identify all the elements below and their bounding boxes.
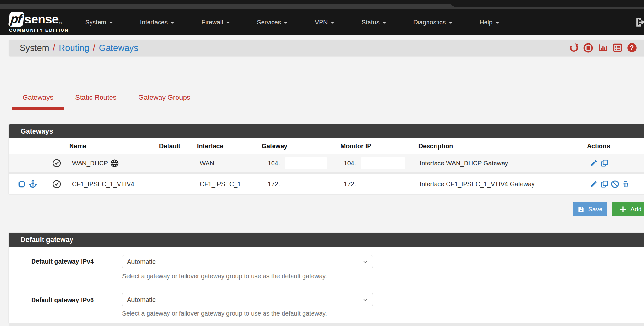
monitor-ip-cell: 104. (339, 154, 417, 172)
tab-gateways[interactable]: Gateways (12, 94, 64, 110)
gateway-name: WAN_DHCP (72, 160, 108, 167)
actions-cell (585, 159, 644, 167)
actions-cell (585, 180, 644, 188)
default-gateway-ipv6-help: Select a gateway or failover gateway gro… (122, 310, 327, 317)
breadcrumb-section: System (20, 43, 49, 53)
save-icon (577, 206, 585, 213)
copy-icon[interactable] (600, 180, 609, 188)
edit-icon[interactable] (590, 159, 598, 167)
chart-icon[interactable] (598, 43, 608, 53)
column-interface: Interface (195, 143, 260, 150)
breadcrumb-actions: ? (569, 40, 637, 56)
caret-down-icon (331, 22, 334, 24)
community-edition-label: COMMUNITY EDITION (9, 28, 69, 33)
caret-down-icon (170, 22, 174, 24)
description-cell: Interface CF1_IPSEC_1_VTIV4 Gateway (417, 181, 585, 188)
stop-icon[interactable] (583, 43, 593, 53)
window-corner (451, 0, 644, 7)
caret-down-icon (226, 22, 230, 24)
svg-text:?: ? (630, 44, 634, 51)
column-description: Description (417, 143, 585, 150)
row-separator (9, 172, 644, 174)
breadcrumb-link-gateways[interactable]: Gateways (99, 43, 138, 53)
sign-out-icon[interactable] (634, 17, 644, 28)
pfsense-logo-sense: sense (24, 12, 59, 26)
nav-item-firewall[interactable]: Firewall (201, 19, 230, 26)
breadcrumb-link-routing[interactable]: Routing (59, 43, 89, 53)
check-circle-icon (52, 159, 61, 168)
disable-icon[interactable] (611, 180, 619, 188)
square-indicator-icon (18, 181, 25, 188)
add-button[interactable]: Add (612, 202, 644, 216)
gateways-panel-title: Gateways (9, 124, 644, 138)
caret-down-icon (382, 22, 386, 24)
nav-item-diagnostics[interactable]: Diagnostics (413, 19, 453, 26)
gateway-cell: 104. (260, 154, 339, 172)
nav-item-system[interactable]: System (85, 19, 113, 26)
copy-icon[interactable] (600, 159, 609, 167)
nav-item-vpn[interactable]: VPN (315, 19, 334, 26)
monitor-ip-cell: 172. (339, 174, 417, 194)
pfsense-logo-pf: pf (8, 12, 24, 27)
tab-bar: Gateways Static Routes Gateway Groups (12, 94, 644, 110)
caret-down-icon (109, 22, 113, 24)
default-gateway-panel-title: Default gateway (9, 233, 644, 247)
interface-cell: CF1_IPSEC_1 (195, 181, 260, 188)
delete-icon[interactable] (621, 180, 630, 188)
navbar: pf sense ® COMMUNITY EDITION System Inte… (0, 9, 644, 35)
default-gateway-ipv4-select[interactable]: Automatic (122, 255, 373, 268)
description-cell: Interface WAN_DHCP Gateway (417, 160, 585, 167)
tab-gateway-groups[interactable]: Gateway Groups (127, 94, 201, 110)
column-default: Default (157, 143, 195, 150)
plus-icon (619, 205, 627, 213)
log-icon[interactable] (612, 43, 623, 53)
refresh-icon[interactable] (569, 43, 579, 53)
form-row-ipv6: Default gateway IPv6 Automatic Select a … (9, 285, 644, 323)
default-gateway-panel: Default gateway Default gateway IPv4 Aut… (9, 233, 644, 323)
column-gateway: Gateway (260, 143, 339, 150)
nav-item-status[interactable]: Status (361, 19, 386, 26)
help-icon[interactable]: ? (627, 43, 637, 53)
default-gateway-ipv4-label: Default gateway IPv4 (31, 258, 94, 265)
redaction-box (361, 157, 405, 169)
nav-item-services[interactable]: Services (257, 19, 288, 26)
default-gateway-ipv6-select[interactable]: Automatic (122, 293, 373, 306)
nav-menu: System Interfaces Firewall Services VPN … (85, 19, 526, 26)
gateway-name: CF1_IPSEC_1_VTIV4 (72, 181, 134, 188)
anchor-icon (28, 180, 37, 189)
redaction-box (285, 157, 327, 169)
check-circle-icon (52, 180, 61, 189)
gateway-cell: 172. (260, 174, 339, 194)
interface-cell: WAN (195, 160, 260, 167)
edit-icon[interactable] (590, 180, 598, 188)
nav-item-help[interactable]: Help (480, 19, 499, 26)
breadcrumb-separator: / (89, 43, 99, 53)
nav-item-interfaces[interactable]: Interfaces (140, 19, 175, 26)
caret-down-icon (495, 22, 499, 24)
page-content: System / Routing / Gateways (0, 40, 644, 326)
column-actions: Actions (585, 143, 644, 150)
globe-icon (110, 159, 119, 168)
pfsense-logo[interactable]: pf sense ® COMMUNITY EDITION (9, 12, 69, 33)
gateways-panel: Gateways Name Default Interface Gateway … (9, 124, 644, 194)
tab-static-routes[interactable]: Static Routes (64, 94, 128, 110)
breadcrumb-separator: / (49, 43, 59, 53)
button-row: Save Add (9, 202, 644, 216)
page-bottom (9, 323, 644, 326)
column-monitor-ip: Monitor IP (339, 143, 417, 150)
gateways-table-header: Name Default Interface Gateway Monitor I… (9, 138, 644, 154)
registered-mark: ® (59, 21, 62, 25)
table-row-cf1-ipsec: CF1_IPSEC_1_VTIV4 CF1_IPSEC_1 172. 172. … (9, 174, 644, 194)
breadcrumb: System / Routing / Gateways (9, 40, 644, 56)
save-button[interactable]: Save (573, 202, 607, 216)
column-name: Name (69, 143, 157, 150)
window-chrome-strip-2 (0, 4, 644, 9)
caret-down-icon (449, 22, 453, 24)
default-gateway-form: Default gateway IPv4 Automatic Select a … (9, 247, 644, 323)
table-row-wan-dhcp: WAN_DHCP WAN 104. 104. Interface WAN_DHC… (9, 154, 644, 172)
default-gateway-ipv4-help: Select a gateway or failover gateway gro… (122, 273, 327, 280)
default-gateway-ipv6-label: Default gateway IPv6 (31, 296, 94, 304)
caret-down-icon (284, 22, 288, 24)
form-row-ipv4: Default gateway IPv4 Automatic Select a … (9, 247, 644, 285)
